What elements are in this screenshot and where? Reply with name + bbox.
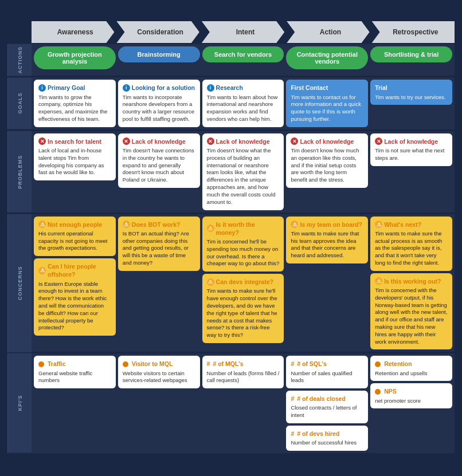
goals-content: iPrimary Goal Tim wants to grow the comp…: [32, 77, 455, 129]
goals-col-1: iLooking for a solution Tim wants to inc…: [118, 80, 200, 127]
icon-x: ✕: [207, 137, 214, 145]
problems-card-4-0[interactable]: ✕Lack of knowledge Tim is not sure what …: [370, 133, 452, 166]
concerns-card-0-0[interactable]: ⚠Not enough people His current operation…: [34, 217, 116, 257]
problems-col-0: ✕In search for talent Lack of local and …: [34, 133, 116, 210]
concerns-label: CONCERNS: [7, 214, 32, 352]
kpis-card-0-0[interactable]: Traffic General website traffic numbers: [34, 356, 116, 388]
pin-icon: [375, 361, 381, 367]
pin-icon: [38, 361, 44, 367]
kpis-card-3-2[interactable]: ## of devs hired Number of successful hi…: [286, 426, 368, 451]
goals-col-0: iPrimary Goal Tim wants to grow the comp…: [34, 80, 116, 127]
icon-warn: ⚠: [375, 277, 382, 285]
icon-warn: ⚠: [207, 278, 214, 286]
actions-content: Growth projection analysis Brainstorming…: [32, 44, 455, 76]
problems-card-1-0[interactable]: ✕Lack of knowledge Tim doesn't have conn…: [118, 133, 200, 188]
icon-x: ✕: [291, 137, 298, 145]
hash-icon: #: [291, 430, 294, 438]
actions-section: ACTIONS Growth projection analysis Brain…: [7, 44, 455, 76]
concerns-card-4-1[interactable]: ⚠Is this working out? Tim is concerned w…: [370, 273, 452, 350]
problems-col-1: ✕Lack of knowledge Tim doesn't have conn…: [118, 133, 200, 210]
problems-col-4: ✕Lack of knowledge Tim is not sure what …: [370, 133, 452, 210]
goals-label: GOALS: [7, 77, 32, 129]
problems-content: ✕In search for talent Lack of local and …: [32, 131, 455, 213]
kpis-col-1: Visitor to MQL Website visitors to certa…: [118, 356, 200, 451]
pipeline-step-intent: Intent: [202, 21, 284, 43]
problems-card-0-0[interactable]: ✕In search for talent Lack of local and …: [34, 133, 116, 180]
hash-icon: #: [291, 360, 294, 368]
concerns-card-0-1[interactable]: ⚠Can I hire people offshore? Is Eastern …: [34, 258, 116, 336]
icon-warn: ⚠: [207, 225, 214, 232]
action-btn-1[interactable]: Brainstorming: [118, 46, 200, 62]
action-btn-4[interactable]: Shortlisting & trial: [370, 46, 452, 62]
kpis-card-4-1[interactable]: NPS net promoter score: [370, 383, 452, 408]
kpis-label: KPI'S: [7, 353, 32, 453]
pipeline-step-awareness: Awareness: [32, 21, 114, 43]
concerns-card-4-0[interactable]: ⚠What's next? Tim wants to make sure the…: [370, 217, 452, 271]
kpis-content: Traffic General website traffic numbers …: [32, 353, 455, 453]
board: Awareness Consideration Intent Action Re…: [7, 21, 455, 455]
pipeline-step-action: Action: [287, 21, 369, 43]
icon-info: i: [38, 84, 46, 92]
action-btn-2[interactable]: Search for vendors: [202, 46, 284, 62]
concerns-section: CONCERNS ⚠Not enough people His current …: [7, 214, 455, 352]
concerns-col-3: ⚠Is my team on board? Tim wants to make …: [286, 217, 368, 350]
kpis-col-2: ## of MQL's Number of leads (forms fille…: [202, 356, 284, 451]
hash-icon: #: [207, 360, 210, 368]
kpis-card-3-0[interactable]: ## of SQL's Number of sales qualified le…: [286, 356, 368, 388]
hash-icon: #: [291, 395, 294, 403]
pin-icon: [123, 361, 128, 367]
kpis-card-1-0[interactable]: Visitor to MQL Website visitors to certa…: [118, 356, 200, 388]
pipeline-row: Awareness Consideration Intent Action Re…: [7, 21, 455, 43]
pipeline-step-retrospective: Retrospective: [372, 21, 455, 43]
kpis-card-4-0[interactable]: Retention Retention and upsells: [370, 356, 452, 381]
problems-card-3-0[interactable]: ✕Lack of knowledge Tim doesn't know how …: [286, 133, 368, 188]
concerns-card-2-0[interactable]: ⚠Is it worth the money? Tim is concerned…: [202, 217, 284, 272]
goals-col-3: First Contact Tim wants to contact us fo…: [286, 80, 368, 127]
actions-col-0: Growth projection analysis: [34, 46, 116, 74]
concerns-col-1: ⚠Does BOT work? Is BOT an actual thing? …: [118, 217, 200, 350]
goals-card-0-0[interactable]: iPrimary Goal Tim wants to grow the comp…: [34, 80, 116, 127]
concerns-card-1-0[interactable]: ⚠Does BOT work? Is BOT an actual thing? …: [118, 217, 200, 271]
actions-col-2: Search for vendors: [202, 46, 284, 74]
actions-col-3: Contacting potential vendors: [286, 46, 368, 74]
icon-info: i: [207, 84, 214, 92]
kpis-col-0: Traffic General website traffic numbers: [34, 356, 116, 451]
icon-warn: ⚠: [38, 221, 46, 228]
concerns-card-2-1[interactable]: ⚠Can devs integrate? Tim wants to make s…: [202, 274, 284, 343]
concerns-col-4: ⚠What's next? Tim wants to make sure the…: [370, 217, 452, 350]
problems-label: PROBLEMS: [7, 131, 32, 213]
icon-warn: ⚠: [123, 221, 130, 228]
goals-card-4-0[interactable]: Trial Tim wants to try our services.: [370, 80, 452, 105]
goals-card-3-0[interactable]: First Contact Tim wants to contact us fo…: [286, 80, 368, 127]
kpis-col-4: Retention Retention and upsells NPS net …: [370, 356, 452, 451]
icon-x: ✕: [375, 137, 382, 145]
goals-col-2: iResearch Tim wants to learn about how i…: [202, 80, 284, 127]
icon-x: ✕: [123, 137, 130, 145]
goals-col-4: Trial Tim wants to try our services.: [370, 80, 452, 127]
problems-section: PROBLEMS ✕In search for talent Lack of l…: [7, 131, 455, 213]
goals-section: GOALS iPrimary Goal Tim wants to grow th…: [7, 77, 455, 129]
kpis-section: KPI'S Traffic General website traffic nu…: [7, 353, 455, 453]
concerns-card-3-0[interactable]: ⚠Is my team on board? Tim wants to make …: [286, 217, 368, 263]
icon-warn: ⚠: [375, 221, 382, 228]
concerns-col-0: ⚠Not enough people His current operation…: [34, 217, 116, 350]
actions-label: ACTIONS: [7, 44, 32, 76]
pipeline-step-consideration: Consideration: [116, 21, 199, 43]
actions-col-1: Brainstorming: [118, 46, 200, 74]
kpis-col-3: ## of SQL's Number of sales qualified le…: [286, 356, 368, 451]
goals-card-1-0[interactable]: iLooking for a solution Tim wants to inc…: [118, 80, 200, 127]
concerns-content: ⚠Not enough people His current operation…: [32, 214, 455, 352]
icon-info: i: [123, 84, 130, 92]
goals-card-2-0[interactable]: iResearch Tim wants to learn about how i…: [202, 80, 284, 127]
kpis-card-3-1[interactable]: ## of deals closed Closed contracts / le…: [286, 391, 368, 423]
icon-warn: ⚠: [38, 267, 46, 274]
actions-col-4: Shortlisting & trial: [370, 46, 452, 74]
problems-col-2: ✕Lack of knowledge Tim doesn't know what…: [202, 133, 284, 210]
icon-warn: ⚠: [291, 221, 298, 228]
kpis-card-2-0[interactable]: ## of MQL's Number of leads (forms fille…: [202, 356, 284, 388]
action-btn-3[interactable]: Contacting potential vendors: [286, 46, 368, 69]
problems-card-2-0[interactable]: ✕Lack of knowledge Tim doesn't know what…: [202, 133, 284, 210]
action-btn-0[interactable]: Growth projection analysis: [34, 46, 116, 69]
pin-icon: [375, 389, 381, 395]
concerns-col-2: ⚠Is it worth the money? Tim is concerned…: [202, 217, 284, 350]
